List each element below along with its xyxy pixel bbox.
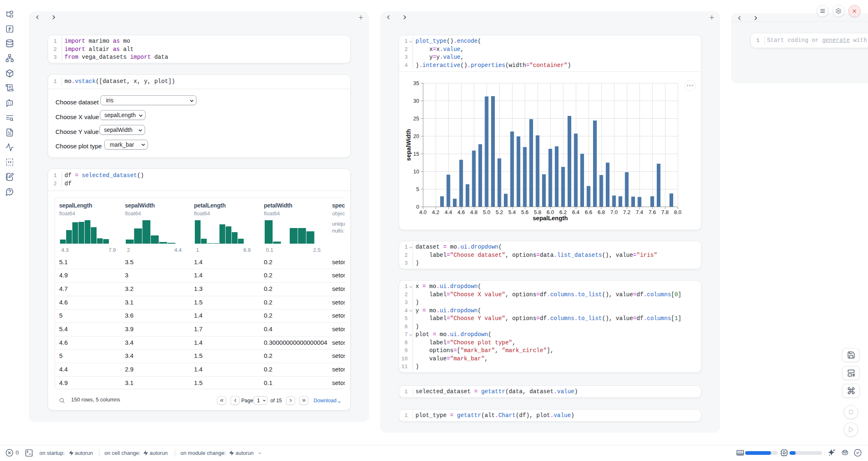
svg-text:4.2: 4.2 bbox=[432, 209, 439, 215]
svg-text:4.4: 4.4 bbox=[445, 209, 452, 215]
svg-text:30: 30 bbox=[413, 98, 419, 104]
svg-text:6.4: 6.4 bbox=[572, 209, 579, 215]
svg-text:5.4: 5.4 bbox=[508, 209, 516, 215]
svg-text:5.8: 5.8 bbox=[534, 209, 541, 215]
svg-text:sepalWidth: sepalWidth bbox=[405, 129, 412, 161]
svg-text:sepalLength: sepalLength bbox=[533, 215, 568, 221]
svg-text:6.6: 6.6 bbox=[585, 209, 592, 215]
svg-text:0: 0 bbox=[416, 204, 419, 210]
svg-text:6.2: 6.2 bbox=[559, 209, 567, 215]
svg-text:7.8: 7.8 bbox=[661, 209, 669, 215]
svg-text:6.8: 6.8 bbox=[598, 209, 605, 215]
svg-text:7.0: 7.0 bbox=[610, 209, 618, 215]
svg-text:4.6: 4.6 bbox=[457, 209, 465, 215]
svg-text:15: 15 bbox=[413, 151, 419, 157]
svg-text:8.0: 8.0 bbox=[674, 209, 681, 215]
svg-text:7.2: 7.2 bbox=[623, 209, 630, 215]
svg-text:4.8: 4.8 bbox=[470, 209, 478, 215]
svg-text:5.2: 5.2 bbox=[496, 209, 503, 215]
svg-text:5: 5 bbox=[416, 186, 419, 192]
svg-text:20: 20 bbox=[413, 133, 419, 139]
svg-text:10: 10 bbox=[413, 168, 419, 175]
svg-text:7.4: 7.4 bbox=[636, 209, 643, 215]
svg-text:4.0: 4.0 bbox=[419, 209, 427, 215]
svg-text:6.0: 6.0 bbox=[547, 209, 554, 215]
svg-text:25: 25 bbox=[413, 115, 419, 122]
svg-text:5.0: 5.0 bbox=[483, 209, 490, 215]
svg-text:7.6: 7.6 bbox=[649, 209, 656, 215]
svg-text:5.6: 5.6 bbox=[521, 209, 529, 215]
svg-text:35: 35 bbox=[413, 80, 419, 86]
